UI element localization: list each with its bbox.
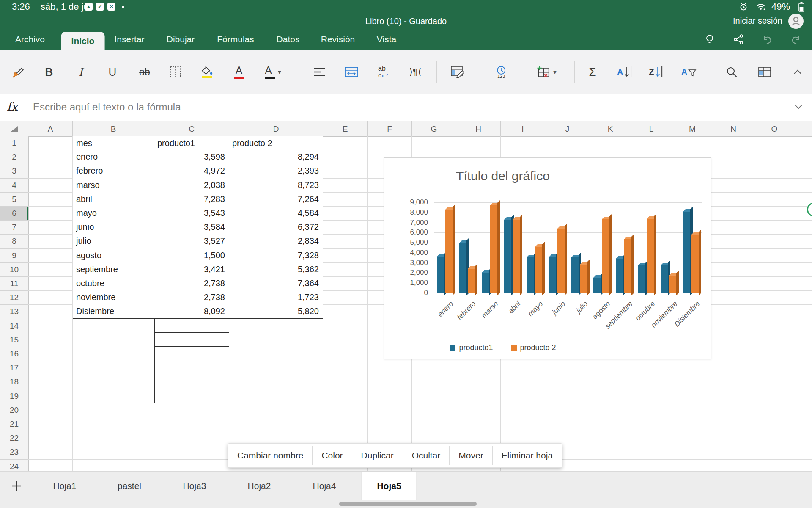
text-direction-icon[interactable]: ⟩¶⟨	[409, 50, 422, 94]
row-header-4[interactable]: 4	[0, 179, 29, 193]
column-header-C[interactable]: C	[154, 121, 229, 137]
formula-expand-chevron-icon[interactable]	[793, 103, 804, 110]
cell-C10[interactable]: 3,421	[154, 262, 229, 277]
column-header-B[interactable]: B	[73, 121, 154, 137]
row-header-9[interactable]: 9	[0, 249, 29, 263]
column-header-N[interactable]: N	[713, 121, 754, 137]
filter-icon[interactable]: A	[681, 50, 697, 94]
ribbon-tab-datos[interactable]: Datos	[277, 29, 300, 50]
cell-B3[interactable]: febrero	[73, 164, 154, 178]
row-header-1[interactable]: 1	[0, 136, 29, 150]
text-color-icon[interactable]: A▼	[265, 50, 283, 94]
cell-B12[interactable]: noviembre	[73, 290, 154, 305]
cell-C1[interactable]: producto1	[154, 136, 229, 150]
freeze-panes-icon[interactable]	[758, 50, 771, 94]
cell-D8[interactable]: 2,834	[229, 234, 323, 248]
column-header-L[interactable]: L	[631, 121, 672, 137]
ribbon-tab-dibujar[interactable]: Dibujar	[167, 29, 195, 50]
cell-C4[interactable]: 2,038	[154, 178, 229, 193]
row-header-11[interactable]: 11	[0, 277, 29, 291]
cell-D11[interactable]: 7,364	[229, 276, 323, 291]
ribbon-tab-archivo[interactable]: Archivo	[15, 29, 45, 50]
column-header-M[interactable]: M	[672, 121, 713, 137]
cell-C19[interactable]	[154, 389, 229, 403]
cell-B6[interactable]: mayo	[73, 206, 154, 221]
menu-item-duplicar[interactable]: Duplicar	[352, 444, 403, 467]
format-cells-icon[interactable]	[450, 50, 465, 94]
row-header-20[interactable]: 20	[0, 403, 29, 417]
cell-D12[interactable]: 1,723	[229, 290, 323, 305]
cell-C18[interactable]	[154, 375, 229, 389]
menu-item-mover[interactable]: Mover	[450, 444, 492, 467]
ideas-lightbulb-icon[interactable]	[704, 34, 715, 46]
ribbon-tab-insertar[interactable]: Insertar	[114, 29, 144, 50]
align-left-icon[interactable]	[313, 50, 326, 94]
cell-D5[interactable]: 7,264	[229, 192, 323, 207]
menu-item-ocultar[interactable]: Ocultar	[403, 444, 450, 467]
share-icon[interactable]	[733, 34, 744, 45]
column-header-partial[interactable]	[795, 121, 812, 137]
sheet-tab-hoja2[interactable]: Hoja2	[248, 472, 271, 500]
sheet-tab-hoja5[interactable]: Hoja5	[361, 472, 417, 500]
row-header-13[interactable]: 13	[0, 305, 29, 319]
wrap-text-icon[interactable]: abc⮐	[378, 50, 388, 94]
row-header-22[interactable]: 22	[0, 431, 29, 445]
cell-D3[interactable]: 2,393	[229, 164, 323, 178]
row-header-5[interactable]: 5	[0, 193, 29, 207]
row-header-24[interactable]: 24	[0, 460, 29, 471]
cell-C12[interactable]: 2,738	[154, 290, 229, 305]
undo-icon[interactable]	[761, 34, 773, 45]
italic-button[interactable]: I	[79, 50, 83, 94]
underline-button[interactable]: U	[109, 50, 117, 94]
merge-cells-icon[interactable]	[344, 50, 359, 94]
ribbon-tab-vista[interactable]: Vista	[377, 29, 396, 50]
sheet-tab-hoja3[interactable]: Hoja3	[183, 472, 206, 500]
sort-ascending-icon[interactable]: A	[617, 50, 631, 94]
cell-D6[interactable]: 4,584	[229, 206, 323, 221]
row-header-2[interactable]: 2	[0, 150, 29, 164]
cell-B8[interactable]: julio	[73, 234, 154, 248]
menu-item-cambiar-nombre[interactable]: Cambiar nombre	[228, 444, 312, 467]
column-header-E[interactable]: E	[323, 121, 368, 137]
column-header-D[interactable]: D	[229, 121, 323, 137]
cell-C2[interactable]: 3,598	[154, 150, 229, 164]
select-all-corner[interactable]	[0, 121, 28, 137]
cell-D10[interactable]: 5,362	[229, 262, 323, 277]
cell-D7[interactable]: 6,372	[229, 220, 323, 235]
cell-C9[interactable]: 1,500	[154, 248, 229, 263]
column-header-H[interactable]: H	[456, 121, 501, 137]
cell-C15[interactable]	[154, 333, 229, 347]
cell-D1[interactable]: producto 2	[229, 136, 323, 150]
cell-B13[interactable]: Disiembre	[73, 304, 154, 319]
cell-B7[interactable]: junio	[73, 220, 154, 235]
collapse-ribbon-icon[interactable]	[793, 50, 803, 94]
column-header-F[interactable]: F	[368, 121, 412, 137]
menu-item-color[interactable]: Color	[313, 444, 351, 467]
column-header-I[interactable]: I	[501, 121, 545, 137]
row-header-21[interactable]: 21	[0, 417, 29, 431]
row-header-8[interactable]: 8	[0, 235, 29, 248]
row-header-6[interactable]: 6	[0, 207, 29, 221]
bold-button[interactable]: B	[45, 50, 53, 94]
row-header-12[interactable]: 12	[0, 291, 29, 305]
column-header-A[interactable]: A	[28, 121, 73, 137]
cell-C14[interactable]	[154, 319, 229, 333]
sort-descending-icon[interactable]: Z	[649, 50, 662, 94]
cell-D4[interactable]: 8,723	[229, 178, 323, 193]
sign-in-link[interactable]: Iniciar sesión	[733, 16, 782, 26]
row-header-23[interactable]: 23	[0, 445, 29, 459]
column-header-O[interactable]: O	[754, 121, 795, 137]
cell-B10[interactable]: septiembre	[73, 262, 154, 277]
insert-cells-icon[interactable]: ▼	[536, 50, 558, 94]
sheet-tab-hoja4[interactable]: Hoja4	[313, 472, 336, 500]
font-color-icon[interactable]: A	[234, 50, 244, 94]
row-header-15[interactable]: 15	[0, 333, 29, 347]
row-header-14[interactable]: 14	[0, 319, 29, 333]
cell-C17[interactable]	[154, 361, 229, 375]
autosum-icon[interactable]: Σ	[589, 50, 596, 94]
sheet-tab-pastel[interactable]: pastel	[118, 472, 141, 500]
cell-C5[interactable]: 7,283	[154, 192, 229, 207]
cell-C16[interactable]	[154, 347, 229, 361]
cell-C8[interactable]: 3,527	[154, 234, 229, 248]
ribbon-tab-revisión[interactable]: Revisión	[321, 29, 355, 50]
